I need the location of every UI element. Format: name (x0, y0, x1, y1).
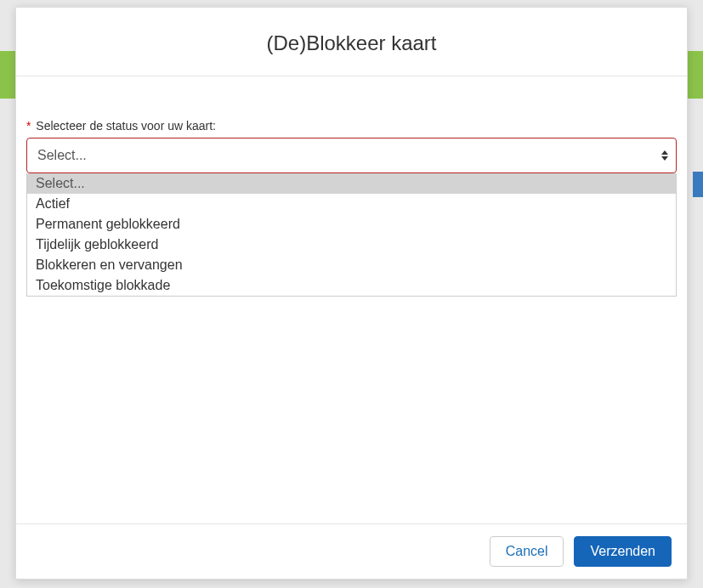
dropdown-option-actief[interactable]: Actief (27, 194, 676, 214)
status-select[interactable]: Select... (26, 138, 677, 173)
status-form-group: * Selecteer de status voor uw kaart: Sel… (21, 119, 682, 173)
cancel-button[interactable]: Cancel (490, 536, 564, 567)
background-blue-edge (693, 172, 703, 197)
status-label: * Selecteer de status voor uw kaart: (26, 119, 677, 133)
modal-footer: Cancel Verzenden (16, 523, 687, 579)
dropdown-option-permanent-geblokkeerd[interactable]: Permanent geblokkeerd (27, 214, 676, 235)
status-label-text: Selecteer de status voor uw kaart: (36, 119, 216, 133)
dropdown-option-blokkeren-en-vervangen[interactable]: Blokkeren en vervangen (27, 255, 676, 275)
required-asterisk: * (26, 119, 31, 133)
submit-button[interactable]: Verzenden (574, 536, 672, 567)
dropdown-option-placeholder[interactable]: Select... (27, 173, 676, 194)
modal-title: (De)Blokkeer kaart (16, 31, 687, 55)
dropdown-option-tijdelijk-geblokkeerd[interactable]: Tijdelijk geblokkeerd (27, 235, 676, 255)
modal-dialog: (De)Blokkeer kaart * Selecteer de status… (15, 7, 688, 580)
modal-header: (De)Blokkeer kaart (16, 8, 687, 76)
status-dropdown-list[interactable]: Select... Actief Permanent geblokkeerd T… (26, 173, 677, 297)
status-select-wrapper: Select... Select... Actief Permanent geb… (26, 138, 677, 173)
dropdown-option-toekomstige-blokkade[interactable]: Toekomstige blokkade (27, 275, 676, 296)
modal-body: * Selecteer de status voor uw kaart: Sel… (16, 76, 687, 523)
status-select-value: Select... (37, 148, 87, 163)
